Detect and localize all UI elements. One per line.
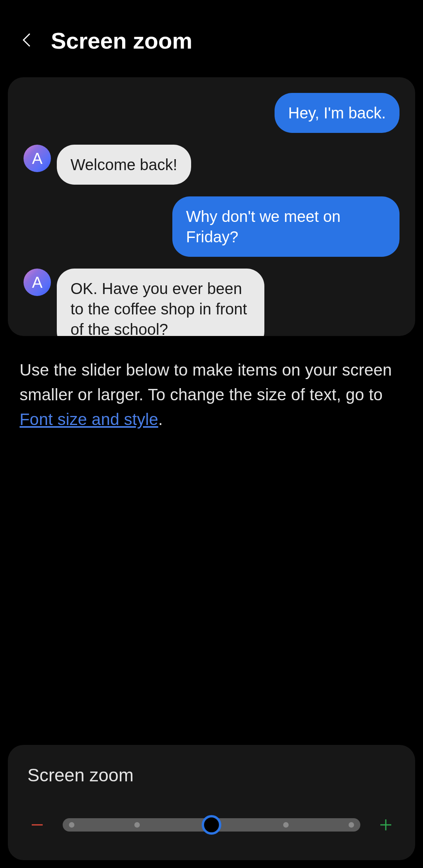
- slider-tick: [283, 822, 289, 828]
- description-text: Use the slider below to make items on yo…: [0, 336, 423, 432]
- slider-panel: Screen zoom: [8, 745, 415, 860]
- description-post: .: [158, 410, 163, 429]
- slider-row: [27, 817, 396, 833]
- back-icon[interactable]: [20, 32, 35, 49]
- minus-icon[interactable]: [27, 817, 47, 833]
- message-sent: Hey, I'm back.: [275, 93, 400, 133]
- preview-card: Hey, I'm back. A Welcome back! Why don't…: [8, 77, 415, 336]
- slider-tick: [349, 822, 354, 828]
- zoom-slider[interactable]: [63, 818, 360, 832]
- slider-title: Screen zoom: [27, 764, 396, 786]
- message-row: A OK. Have you ever been to the coffee s…: [24, 269, 400, 336]
- page-title: Screen zoom: [51, 27, 192, 54]
- message-sent: Why don't we meet on Friday?: [172, 196, 400, 257]
- message-row: Hey, I'm back.: [24, 93, 400, 133]
- message-received: Welcome back!: [57, 145, 191, 185]
- message-row: Why don't we meet on Friday?: [24, 196, 400, 257]
- avatar: A: [24, 145, 51, 172]
- description-pre: Use the slider below to make items on yo…: [20, 361, 392, 404]
- message-row: A Welcome back!: [24, 145, 400, 185]
- avatar: A: [24, 269, 51, 296]
- slider-thumb[interactable]: [202, 815, 221, 835]
- slider-tick: [69, 822, 74, 828]
- message-received: OK. Have you ever been to the coffee sho…: [57, 269, 264, 336]
- font-size-link[interactable]: Font size and style: [20, 410, 158, 429]
- slider-tick: [134, 822, 140, 828]
- header: Screen zoom: [0, 0, 423, 69]
- plus-icon[interactable]: [376, 817, 396, 833]
